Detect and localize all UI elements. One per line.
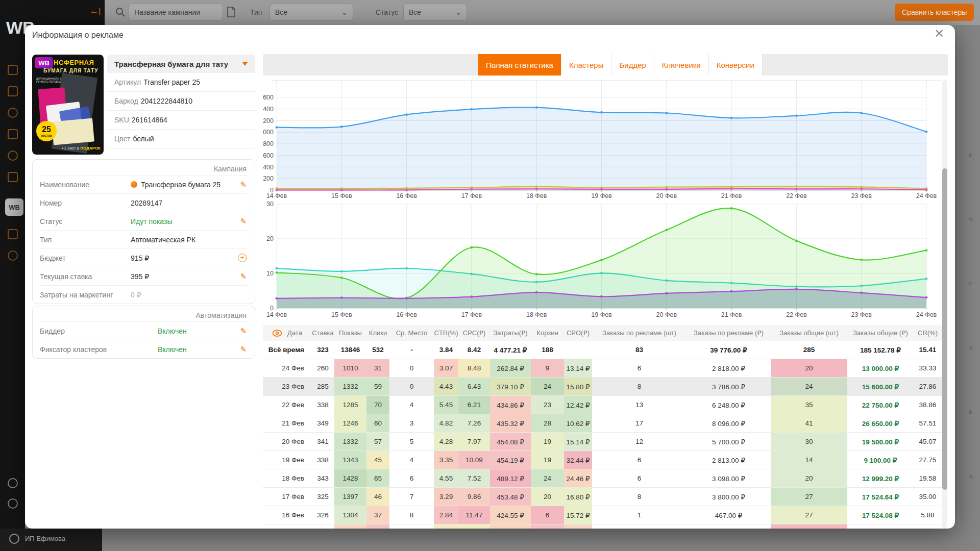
table-row[interactable]: Всё время32313846532-3.848.424 477.21 ₽1… [263, 341, 942, 359]
column-header[interactable]: Дата [263, 325, 311, 341]
rates-chart: 14 Фев15 Фев16 Фев17 Фев18 Фев19 Фев20 Ф… [263, 201, 948, 327]
column-header[interactable]: Ставка [311, 325, 334, 341]
column-header[interactable]: CR(%) [914, 325, 942, 341]
table-row[interactable]: 24 Фев26010103103.078.48262.84 ₽913.14 ₽… [263, 359, 942, 378]
user-icon[interactable] [8, 498, 18, 509]
table-row[interactable]: 18 Фев34314286564.557.52489.12 ₽2424.46 … [263, 469, 942, 488]
search-input[interactable]: Название кампании [129, 4, 223, 21]
card-row: ТипАвтоматическая РК [40, 230, 248, 248]
card-row-label: Тип [40, 236, 52, 244]
expand-product-icon[interactable] [242, 62, 248, 66]
table-cell: 6 [389, 469, 434, 487]
column-header[interactable]: Корзин [531, 325, 564, 341]
edit-pencil-icon[interactable]: ✎ [240, 272, 247, 281]
table-cell: 4 477.21 ₽ [490, 341, 531, 359]
table-cell: 38.86 [914, 396, 942, 414]
table-cell: 17 [592, 414, 687, 432]
sidebar-item-icon[interactable] [8, 229, 18, 239]
column-header[interactable]: Заказы по рекламе (шт) [592, 325, 687, 341]
table-row[interactable]: 23 Фев28513325904.436.43379.10 ₽2415.80 … [263, 378, 942, 396]
table-row[interactable]: 21 Фев34912466034.827.26435.32 ₽2810.62 … [263, 414, 942, 433]
card-row-label: Бюджет [40, 254, 66, 262]
table-cell: 1010 [334, 359, 366, 377]
table-row[interactable]: 19 Фев33813434543.3510.09454.19 ₽1932.44… [263, 451, 942, 469]
table-cell: 1 [592, 506, 687, 524]
table-cell: 6 [531, 506, 564, 524]
table-cell-date: Всё время [263, 341, 311, 359]
product-detail-row: АртикулTransfer paper 25 [107, 73, 255, 92]
close-icon[interactable]: ✕ [934, 28, 944, 40]
table-cell: 17 524.08 ₽ [847, 506, 914, 524]
table-row[interactable] [263, 524, 942, 529]
table-cell: 4.55 [434, 469, 458, 487]
table-cell-date: 18 Фев [263, 469, 311, 487]
svg-text:24 Фев: 24 Фев [916, 311, 937, 318]
svg-text:1000: 1000 [263, 129, 274, 136]
table-cell [389, 524, 434, 529]
table-cell: 188 [531, 341, 564, 359]
table-cell: 1304 [334, 506, 366, 524]
table-cell: 57.51 [914, 414, 942, 432]
column-header[interactable]: CTR(%) [434, 325, 458, 341]
status-select[interactable]: Все⌄ [403, 4, 467, 21]
sidebar-item-icon[interactable] [8, 108, 18, 118]
table-cell: 0 [389, 359, 434, 377]
svg-text:20: 20 [266, 235, 274, 242]
table-cell: 262.84 ₽ [490, 359, 531, 377]
product-name-row[interactable]: Трансферная бумага для тату [107, 55, 255, 73]
svg-text:20 Фев: 20 Фев [656, 311, 677, 318]
column-header[interactable]: Затраты(₽) [490, 325, 531, 341]
table-row[interactable]: 20 Фев34113325754.287.97454.08 ₽1915.14 … [263, 433, 942, 451]
table-cell: 5 [389, 433, 434, 450]
table-cell-date: 20 Фев [263, 433, 311, 450]
table-cell: 6.43 [458, 378, 490, 395]
svg-text:19 Фев: 19 Фев [591, 192, 612, 199]
column-header[interactable]: CPO(₽) [564, 325, 592, 341]
compare-clusters-button[interactable]: Сравнить кластеры [895, 4, 974, 21]
edit-pencil-icon[interactable]: ✎ [240, 327, 247, 336]
column-header[interactable]: Заказы общие (₽) [847, 325, 914, 341]
table-cell: 57 [366, 433, 389, 450]
collapse-sidebar-icon[interactable]: ←| [90, 6, 101, 16]
table-cell-date: 24 Фев [263, 359, 311, 377]
column-header[interactable]: Клики [366, 325, 389, 341]
svg-text:14 Фев: 14 Фев [266, 192, 287, 199]
card-row-value: 20289147 [131, 199, 162, 207]
eye-icon[interactable] [272, 330, 282, 337]
column-header[interactable]: Ср. Место [389, 325, 434, 341]
sidebar-item-icon[interactable] [8, 172, 18, 182]
column-header[interactable]: Заказы по рекламе (₽) [687, 325, 771, 341]
edit-pencil-icon[interactable]: ✎ [240, 345, 247, 354]
table-cell: 285 [771, 341, 847, 359]
card-row-label: Номер [40, 199, 62, 207]
svg-text:10: 10 [266, 270, 274, 277]
table-row[interactable]: 16 Фев32613043782.8411.47424.55 ₽615.72 … [263, 506, 942, 524]
table-cell: 28 [531, 414, 564, 432]
sidebar-wb-badge[interactable]: WB [5, 198, 23, 216]
sidebar-item-icon[interactable] [8, 65, 18, 75]
table-cell [311, 524, 334, 529]
add-budget-icon[interactable]: + [238, 254, 247, 262]
table-cell: 30 [771, 433, 847, 450]
info-icon[interactable] [8, 478, 18, 488]
campaign-card: Кампания НаименованиеТрансферная бумага … [32, 159, 255, 304]
sidebar-item-icon[interactable] [8, 251, 18, 261]
table-cell: 7.97 [458, 433, 490, 450]
table-cell: 467.00 ₽ [687, 506, 771, 524]
sidebar-item-icon[interactable] [8, 86, 18, 96]
scrollbar-thumb[interactable] [942, 168, 947, 490]
column-header[interactable]: Показы [334, 325, 366, 341]
svg-text:17 Фев: 17 Фев [461, 192, 482, 199]
status-label: Статус [376, 4, 398, 21]
edit-pencil-icon[interactable]: ✎ [240, 180, 247, 189]
table-row[interactable]: 22 Фев33812857045.456.21434.86 ₽2312.42 … [263, 396, 942, 414]
type-select[interactable]: Все⌄ [270, 4, 353, 21]
column-header[interactable]: CPC(₽) [458, 325, 490, 341]
sidebar-item-icon[interactable] [8, 129, 18, 139]
note-icon[interactable] [227, 7, 236, 18]
edit-pencil-icon[interactable]: ✎ [240, 217, 247, 226]
table-row[interactable]: 17 Фев32513974673.299.86453.48 ₽2016.80 … [263, 488, 942, 506]
table-cell-date: 16 Фев [263, 506, 311, 524]
column-header[interactable]: Заказы общие (шт) [771, 325, 847, 341]
sidebar-item-icon[interactable] [8, 151, 18, 161]
